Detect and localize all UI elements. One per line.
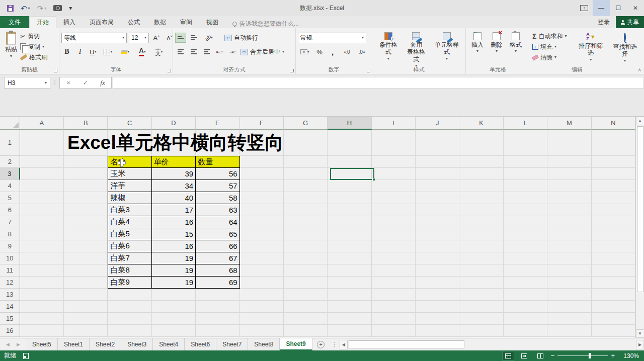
cell-L1[interactable] [504, 130, 547, 156]
row-header-2[interactable]: 2 [0, 156, 20, 168]
cell-E4[interactable]: 57 [196, 180, 239, 192]
cell-F16[interactable] [240, 325, 284, 337]
alignment-dialog-launcher-icon[interactable] [290, 69, 294, 72]
cell-L6[interactable] [504, 204, 547, 216]
cell-I9[interactable] [372, 240, 416, 252]
cell-M11[interactable] [547, 264, 591, 277]
format-cells-button[interactable]: 格式▾ [506, 30, 525, 55]
cell-N12[interactable] [592, 277, 635, 289]
cell-G13[interactable] [284, 289, 328, 301]
cell-G4[interactable] [284, 180, 328, 192]
autosum-button[interactable]: Σ自动求和▾ [532, 32, 574, 41]
decrease-decimal-button[interactable]: .0» [355, 47, 368, 57]
cell-G7[interactable] [284, 216, 328, 228]
cell-A6[interactable] [20, 204, 64, 216]
cell-D9[interactable]: 16 [152, 240, 196, 252]
cell-I16[interactable] [372, 325, 416, 337]
cell-H7[interactable] [328, 216, 371, 228]
cell-J5[interactable] [416, 192, 459, 204]
borders-button[interactable]: ▾ [101, 47, 116, 57]
cell-N13[interactable] [592, 289, 635, 301]
tab-审阅[interactable]: 审阅 [173, 16, 199, 28]
cell-D3[interactable]: 39 [152, 168, 196, 180]
cell-A4[interactable] [20, 180, 64, 192]
cell-I12[interactable] [372, 277, 416, 289]
row-header-15[interactable]: 15 [0, 313, 20, 325]
cell-C5[interactable]: 辣椒 [108, 192, 151, 204]
share-button[interactable]: 共享 [616, 16, 644, 28]
cell-D14[interactable] [152, 301, 196, 313]
cell-J1[interactable] [416, 130, 459, 156]
cell-C6[interactable]: 白菜3 [108, 204, 151, 216]
column-header-K[interactable]: K [459, 117, 503, 130]
column-header-A[interactable]: A [20, 117, 64, 130]
cell-N4[interactable] [592, 180, 635, 192]
cell-I7[interactable] [372, 216, 416, 228]
cell-D16[interactable] [152, 325, 196, 337]
cell-G16[interactable] [284, 325, 328, 337]
cell-G3[interactable] [284, 168, 328, 180]
clipboard-dialog-launcher-icon[interactable] [54, 69, 57, 72]
format-as-table-button[interactable]: 套用 表格格式▾ [403, 30, 431, 70]
cell-B11[interactable] [64, 264, 108, 277]
cell-K8[interactable] [459, 228, 503, 240]
cell-C10[interactable]: 白菜7 [108, 252, 151, 264]
cell-C7[interactable]: 白菜4 [108, 216, 151, 228]
cell-F15[interactable] [240, 313, 284, 325]
increase-decimal-button[interactable]: «.0 [340, 47, 353, 57]
cell-A9[interactable] [20, 240, 64, 252]
cell-E6[interactable]: 63 [196, 204, 239, 216]
maximize-button[interactable]: ☐ [610, 0, 627, 16]
italic-button[interactable]: I [74, 47, 86, 57]
cell-B7[interactable] [64, 216, 108, 228]
tab-数据[interactable]: 数据 [147, 16, 173, 28]
sheet-tab-Sheet5[interactable]: Sheet5 [26, 338, 58, 350]
cell-I14[interactable] [372, 301, 416, 313]
font-size-select[interactable]: 12▾ [129, 33, 149, 43]
cell-J7[interactable] [416, 216, 459, 228]
cell-C9[interactable]: 白菜6 [108, 240, 151, 252]
tab-file[interactable]: 文件 [0, 16, 29, 28]
cell-E15[interactable] [196, 313, 239, 325]
row-header-6[interactable]: 6 [0, 204, 20, 216]
redo-button[interactable]: ↷▾ [37, 5, 47, 12]
align-bottom-button[interactable] [175, 33, 186, 43]
cell-L16[interactable] [504, 325, 547, 337]
cell-J9[interactable] [416, 240, 459, 252]
zoom-in-icon[interactable]: + [611, 352, 615, 359]
sheet-tab-Sheet9[interactable]: Sheet9 [280, 338, 312, 350]
cell-E8[interactable]: 65 [196, 228, 239, 240]
cell-F9[interactable] [240, 240, 284, 252]
cell-M6[interactable] [547, 204, 591, 216]
cell-C16[interactable] [108, 325, 151, 337]
cell-M5[interactable] [547, 192, 591, 204]
row-header-10[interactable]: 10 [0, 252, 20, 264]
cell-L11[interactable] [504, 264, 547, 277]
sheet-tab-Sheet2[interactable]: Sheet2 [90, 338, 121, 350]
cell-H14[interactable] [328, 301, 371, 313]
cell-B3[interactable] [64, 168, 108, 180]
tab-公式[interactable]: 公式 [121, 16, 147, 28]
cell-B15[interactable] [64, 313, 108, 325]
cell-K13[interactable] [459, 289, 503, 301]
cell-E5[interactable]: 58 [196, 192, 239, 204]
page-break-view-button[interactable] [535, 351, 546, 360]
macro-record-icon[interactable] [23, 353, 29, 359]
tab-开始[interactable]: 开始 [29, 16, 56, 28]
cell-C2[interactable]: 名称 [108, 156, 151, 168]
scroll-left-icon[interactable]: ◀ [340, 340, 348, 349]
cell-G8[interactable] [284, 228, 328, 240]
insert-function-button[interactable]: fx [94, 79, 111, 87]
fill-color-button[interactable]: ▾ [118, 47, 133, 57]
cell-L5[interactable] [504, 192, 547, 204]
cell-M8[interactable] [547, 228, 591, 240]
cell-C11[interactable]: 白菜8 [108, 264, 151, 277]
cell-J15[interactable] [416, 313, 459, 325]
cell-I13[interactable] [372, 289, 416, 301]
scroll-right-icon[interactable]: ▶ [636, 340, 644, 349]
align-middle-button[interactable] [188, 33, 199, 43]
increase-indent-button[interactable]: ⇥≡ [227, 47, 238, 57]
cell-C4[interactable]: 洋芋 [108, 180, 151, 192]
cell-M14[interactable] [547, 301, 591, 313]
cell-K4[interactable] [459, 180, 503, 192]
